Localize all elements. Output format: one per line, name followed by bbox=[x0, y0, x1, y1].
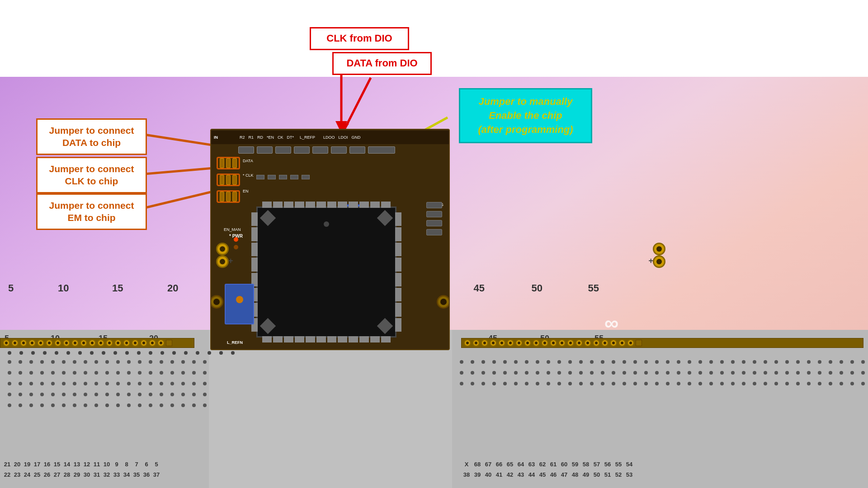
bb-right-num: 65 bbox=[505, 461, 515, 468]
bb-right-num: 44 bbox=[526, 471, 537, 478]
pcb-ck-label: CK bbox=[278, 135, 283, 140]
bb-bottom-num: 9 bbox=[112, 461, 122, 468]
bb-bottom-num: 16 bbox=[42, 461, 52, 468]
bb-right-num: 58 bbox=[580, 461, 591, 468]
bb-mount-right-top bbox=[653, 243, 665, 255]
bb-right-num: 56 bbox=[602, 461, 613, 468]
bb-num-label-50: 50 bbox=[532, 282, 542, 294]
bb-right-num: 59 bbox=[570, 461, 580, 468]
bb-bottom-num: 23 bbox=[12, 471, 22, 478]
bb-bottom-num: 15 bbox=[52, 461, 62, 468]
gold-strip-left bbox=[0, 338, 194, 348]
gold-strip-right bbox=[461, 338, 863, 348]
bb-right-num: 62 bbox=[537, 461, 548, 468]
bb-bottom-num: 5 bbox=[151, 461, 161, 468]
bb-right-num: 50 bbox=[591, 471, 602, 478]
pcb-ldoo-label: LDOO bbox=[323, 135, 335, 140]
bb-plus-left: + bbox=[228, 256, 233, 266]
bb-right-num: 38 bbox=[461, 471, 472, 478]
data-jumper bbox=[217, 157, 240, 169]
bb-bottom-num: 19 bbox=[22, 461, 32, 468]
bb-right-num: 54 bbox=[624, 461, 635, 468]
bb-bottom-num: 14 bbox=[62, 461, 72, 468]
bb-bottom-num: 37 bbox=[151, 471, 161, 478]
bb-num-label-55: 55 bbox=[588, 282, 599, 294]
data-label-text: DATA from DIO bbox=[346, 57, 417, 69]
pcb-in-label: IN bbox=[214, 135, 218, 140]
enable-chip-label: Jumper to manuallyEnable the chip(after … bbox=[459, 88, 592, 143]
bb-num-label-15: 15 bbox=[112, 282, 123, 294]
clk-chip-text: Jumper to connectCLK to chip bbox=[49, 164, 134, 186]
pcb-r2-label: R2 bbox=[240, 135, 245, 140]
bb-right-num: 53 bbox=[624, 471, 635, 478]
bb-right-num: 51 bbox=[602, 471, 613, 478]
bb-right-num: 39 bbox=[472, 471, 483, 478]
bb-bottom-num: 17 bbox=[32, 461, 42, 468]
bb-bottom-num: 31 bbox=[92, 471, 102, 478]
data-from-dio-label: DATA from DIO bbox=[332, 52, 432, 75]
bb-right-num: X bbox=[461, 461, 472, 468]
bb-right-num: 66 bbox=[494, 461, 505, 468]
bb-right-num: 64 bbox=[515, 461, 526, 468]
bb-right-num: 68 bbox=[472, 461, 483, 468]
bb-right-num: 42 bbox=[505, 471, 515, 478]
pcb-dt-label: DT* bbox=[287, 135, 294, 140]
bb-right-num: 40 bbox=[483, 471, 494, 478]
bb-bottom-num: 36 bbox=[142, 471, 151, 478]
bb-right-num: 55 bbox=[613, 461, 624, 468]
bb-bottom-num: 26 bbox=[42, 471, 52, 478]
bb-plus-right: + bbox=[648, 256, 653, 266]
clk-from-dio-label: CLK from DIO bbox=[310, 27, 409, 50]
bb-mount-left-top bbox=[216, 243, 229, 255]
bb-bottom-num: 32 bbox=[102, 471, 112, 478]
pcb-lrefp-label: L_REFP bbox=[300, 135, 315, 140]
bb-num-label-10: 10 bbox=[58, 282, 69, 294]
bb-num-label-45: 45 bbox=[474, 282, 485, 294]
bb-bottom-num: 28 bbox=[62, 471, 72, 478]
pcb-board: IN R2 R1 RD *EN CK DT* L_REFP LDOO LDOI … bbox=[210, 129, 450, 350]
bb-bottom-num: 34 bbox=[122, 471, 132, 478]
bb-right-num: 45 bbox=[537, 471, 548, 478]
bb-bottom-num: 11 bbox=[92, 461, 102, 468]
data-chip-label: Jumper to connect DATA to chip bbox=[36, 118, 147, 155]
bb-bottom-num: 21 bbox=[2, 461, 12, 468]
bb-right-num: 67 bbox=[483, 461, 494, 468]
bb-right-num: 48 bbox=[570, 471, 580, 478]
bb-right-num: 52 bbox=[613, 471, 624, 478]
breadboard-right: 45 50 55 X 68 67 66 bbox=[452, 330, 868, 488]
pcb-en-h-label: *EN bbox=[267, 135, 274, 140]
em-chip-text: Jumper to connect EM to chip bbox=[49, 200, 134, 223]
pcb-data-label: DATA bbox=[243, 156, 253, 164]
pcb-ldoi-label: LDOI bbox=[339, 135, 348, 140]
bb-bottom-num: 29 bbox=[72, 471, 82, 478]
bb-mount-right-bottom bbox=[653, 255, 665, 268]
bb-right-num: 49 bbox=[580, 471, 591, 478]
white-top-area bbox=[0, 0, 868, 77]
bb-bottom-num: 8 bbox=[122, 461, 132, 468]
bb-bottom-num: 13 bbox=[72, 461, 82, 468]
bb-right-num: 47 bbox=[559, 471, 570, 478]
bb-bottom-num: 33 bbox=[112, 471, 122, 478]
bb-right-num: 43 bbox=[515, 471, 526, 478]
en-jumper bbox=[217, 190, 240, 203]
bb-bottom-num: 30 bbox=[82, 471, 92, 478]
bb-right-num: 61 bbox=[548, 461, 559, 468]
bb-bottom-num: 25 bbox=[32, 471, 42, 478]
blue-bottom-component bbox=[225, 284, 254, 324]
bb-bottom-num: 35 bbox=[132, 471, 142, 478]
bb-mount-left-bottom bbox=[216, 255, 229, 268]
clk-jumper bbox=[217, 174, 240, 186]
pcb-rd-label: RD bbox=[257, 135, 263, 140]
bb-num-label-20: 20 bbox=[167, 282, 178, 294]
mount-hole-right bbox=[437, 295, 450, 309]
bb-right-num: 57 bbox=[591, 461, 602, 468]
pcb-gnd-label: GND bbox=[352, 135, 361, 140]
pcb-r1-label: R1 bbox=[249, 135, 254, 140]
bb-bottom-num: 7 bbox=[132, 461, 142, 468]
bb-right-num: 41 bbox=[494, 471, 505, 478]
bb-bottom-num: 27 bbox=[52, 471, 62, 478]
bb-bottom-num: 6 bbox=[142, 461, 151, 468]
em-chip-label: Jumper to connect EM to chip bbox=[36, 193, 147, 230]
clk-chip-label: Jumper to connectCLK to chip bbox=[36, 157, 147, 193]
breadboard-left: 5 10 15 20 bbox=[0, 330, 209, 488]
